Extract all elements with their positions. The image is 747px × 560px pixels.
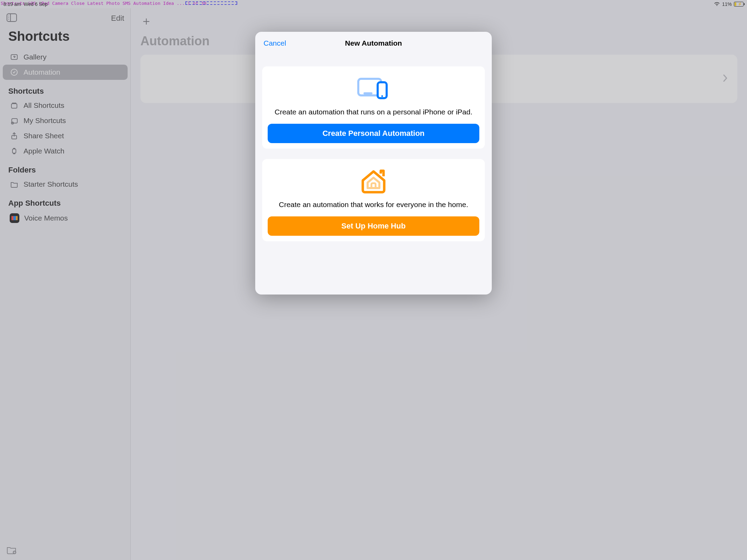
home-icon — [359, 169, 388, 193]
modal-title: New Automation — [345, 39, 402, 47]
svg-rect-17 — [371, 183, 376, 188]
personal-automation-card: Create an automation that runs on a pers… — [262, 66, 485, 149]
new-automation-modal: Cancel New Automation Create an automati… — [255, 32, 492, 295]
set-up-home-hub-button[interactable]: Set Up Home Hub — [268, 216, 479, 236]
cancel-button[interactable]: Cancel — [264, 39, 286, 47]
create-personal-automation-button[interactable]: Create Personal Automation — [268, 124, 479, 143]
svg-point-16 — [381, 95, 383, 97]
devices-icon — [356, 76, 391, 100]
home-automation-desc: Create an automation that works for ever… — [279, 200, 468, 209]
personal-automation-desc: Create an automation that runs on a pers… — [275, 108, 472, 116]
home-automation-card: Create an automation that works for ever… — [262, 159, 485, 241]
